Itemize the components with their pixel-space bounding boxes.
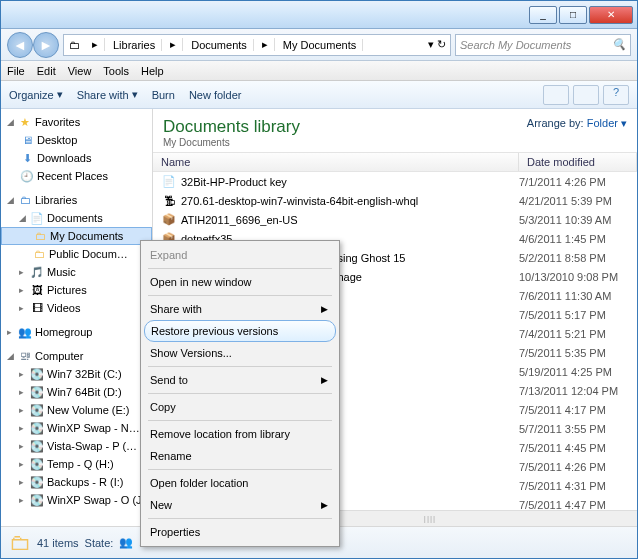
- help-button[interactable]: ?: [603, 85, 629, 105]
- file-name: 32Bit-HP-Product key: [181, 176, 519, 188]
- file-date: 7/5/2011 4:31 PM: [519, 480, 637, 492]
- tree-drive[interactable]: ▸💽Vista-Swap - P (…: [1, 437, 152, 455]
- ctx-open-folder-location[interactable]: Open folder location: [144, 472, 336, 494]
- tree-drive[interactable]: ▸💽WinXP Swap - O (J:): [1, 491, 152, 509]
- ctx-copy[interactable]: Copy: [144, 396, 336, 418]
- state-label: State:: [85, 537, 114, 549]
- maximize-button[interactable]: □: [559, 6, 587, 24]
- ctx-new[interactable]: New▶: [144, 494, 336, 516]
- search-input[interactable]: Search My Documents 🔍: [455, 34, 631, 56]
- organize-button[interactable]: Organize ▾: [9, 88, 63, 101]
- tree-drive[interactable]: ▸💽Backups - R (I:): [1, 473, 152, 491]
- navigation-tree: ◢★Favorites 🖥Desktop ⬇Downloads 🕘Recent …: [1, 109, 153, 526]
- tree-homegroup[interactable]: ▸👥Homegroup: [1, 323, 152, 341]
- burn-button[interactable]: Burn: [152, 89, 175, 101]
- music-icon: 🎵: [29, 265, 45, 279]
- ctx-restore-previous[interactable]: Restore previous versions: [144, 320, 336, 342]
- menu-bar: File Edit View Tools Help: [1, 61, 637, 81]
- drive-icon: 💽: [29, 457, 45, 471]
- tree-favorites[interactable]: ◢★Favorites: [1, 113, 152, 131]
- view-mode-button[interactable]: [543, 85, 569, 105]
- col-date[interactable]: Date modified: [519, 153, 637, 171]
- file-date: 7/1/2011 4:26 PM: [519, 176, 637, 188]
- tree-drive[interactable]: ▸💽Win7 32Bit (C:): [1, 365, 152, 383]
- file-date: 7/5/2011 4:17 PM: [519, 404, 637, 416]
- drive-icon: 💽: [29, 367, 45, 381]
- file-date: 7/5/2011 4:26 PM: [519, 461, 637, 473]
- libraries-icon: 🗀: [66, 37, 82, 53]
- crumb-mydocs[interactable]: My Documents: [275, 39, 363, 51]
- file-date: 5/7/2011 3:55 PM: [519, 423, 637, 435]
- pictures-icon: 🖼: [29, 283, 45, 297]
- close-button[interactable]: ✕: [589, 6, 633, 24]
- refresh-icon[interactable]: ↻: [437, 38, 446, 50]
- tree-libraries[interactable]: ◢🗀Libraries: [1, 191, 152, 209]
- library-title: Documents library: [163, 117, 300, 137]
- back-button[interactable]: ◄: [7, 32, 33, 58]
- menu-tools[interactable]: Tools: [103, 65, 129, 77]
- homegroup-icon: 👥: [17, 325, 33, 339]
- arrange-by-link[interactable]: Folder ▾: [587, 117, 627, 129]
- tree-mydocuments[interactable]: 🗀My Documents: [1, 227, 152, 245]
- desktop-icon: 🖥: [19, 133, 35, 147]
- tree-downloads[interactable]: ⬇Downloads: [1, 149, 152, 167]
- tree-drive[interactable]: ▸💽WinXP Swap - N…: [1, 419, 152, 437]
- forward-button[interactable]: ►: [33, 32, 59, 58]
- crumb-documents[interactable]: Documents: [183, 39, 254, 51]
- file-date: 7/5/2011 5:35 PM: [519, 347, 637, 359]
- ctx-remove-location[interactable]: Remove location from library: [144, 423, 336, 445]
- address-bar[interactable]: 🗀 ▸ Libraries ▸ Documents ▸ My Documents…: [63, 34, 451, 56]
- tree-computer[interactable]: ◢🖳Computer: [1, 347, 152, 365]
- preview-pane-button[interactable]: [573, 85, 599, 105]
- file-row[interactable]: 📄32Bit-HP-Product key7/1/2011 4:26 PM: [153, 172, 637, 191]
- nav-bar: ◄ ► 🗀 ▸ Libraries ▸ Documents ▸ My Docum…: [1, 29, 637, 61]
- folder-icon: 🗀: [9, 530, 31, 556]
- file-icon: 📦: [161, 213, 177, 226]
- tree-music[interactable]: ▸🎵Music: [1, 263, 152, 281]
- menu-help[interactable]: Help: [141, 65, 164, 77]
- drive-icon: 💽: [29, 403, 45, 417]
- menu-file[interactable]: File: [7, 65, 25, 77]
- file-icon: 📄: [161, 175, 177, 188]
- tree-drive[interactable]: ▸💽Win7 64Bit (D:): [1, 383, 152, 401]
- drive-icon: 💽: [29, 439, 45, 453]
- tree-publicdocs[interactable]: 🗀Public Docum…: [1, 245, 152, 263]
- library-header: Documents library My Documents Arrange b…: [153, 109, 637, 152]
- tree-pictures[interactable]: ▸🖼Pictures: [1, 281, 152, 299]
- tree-recent[interactable]: 🕘Recent Places: [1, 167, 152, 185]
- column-headers: Name Date modified: [153, 152, 637, 172]
- minimize-button[interactable]: _: [529, 6, 557, 24]
- file-date: 7/4/2011 5:21 PM: [519, 328, 637, 340]
- file-date: 7/5/2011 4:45 PM: [519, 442, 637, 454]
- file-date: 7/13/2011 12:04 PM: [519, 385, 637, 397]
- tree-drive[interactable]: ▸💽New Volume (E:): [1, 401, 152, 419]
- context-menu: Expand Open in new window Share with▶ Re…: [140, 240, 340, 547]
- ctx-properties[interactable]: Properties: [144, 521, 336, 543]
- file-row[interactable]: 📦ATIH2011_6696_en-US5/3/2011 10:39 AM: [153, 210, 637, 229]
- ctx-share-with[interactable]: Share with▶: [144, 298, 336, 320]
- ctx-send-to[interactable]: Send to▶: [144, 369, 336, 391]
- ctx-show-versions[interactable]: Show Versions...: [144, 342, 336, 364]
- tree-desktop[interactable]: 🖥Desktop: [1, 131, 152, 149]
- new-folder-button[interactable]: New folder: [189, 89, 242, 101]
- recent-icon: 🕘: [19, 169, 35, 183]
- file-date: 4/6/2011 1:45 PM: [519, 233, 637, 245]
- file-date: 10/13/2010 9:08 PM: [519, 271, 637, 283]
- crumb-libraries[interactable]: Libraries: [105, 39, 162, 51]
- tree-videos[interactable]: ▸🎞Videos: [1, 299, 152, 317]
- folder-icon: 🗀: [31, 247, 47, 261]
- computer-icon: 🖳: [17, 349, 33, 363]
- tree-documents[interactable]: ◢📄Documents: [1, 209, 152, 227]
- share-with-button[interactable]: Share with ▾: [77, 88, 138, 101]
- chevron-right-icon: ▶: [321, 500, 328, 510]
- tree-drive[interactable]: ▸💽Temp - Q (H:): [1, 455, 152, 473]
- file-icon: 🗜: [161, 195, 177, 207]
- ctx-open-new-window[interactable]: Open in new window: [144, 271, 336, 293]
- file-row[interactable]: 🗜270.61-desktop-win7-winvista-64bit-engl…: [153, 191, 637, 210]
- col-name[interactable]: Name: [153, 153, 519, 171]
- folder-icon: 🗀: [32, 229, 48, 243]
- menu-view[interactable]: View: [68, 65, 92, 77]
- menu-edit[interactable]: Edit: [37, 65, 56, 77]
- ctx-rename[interactable]: Rename: [144, 445, 336, 467]
- file-date: 7/6/2011 11:30 AM: [519, 290, 637, 302]
